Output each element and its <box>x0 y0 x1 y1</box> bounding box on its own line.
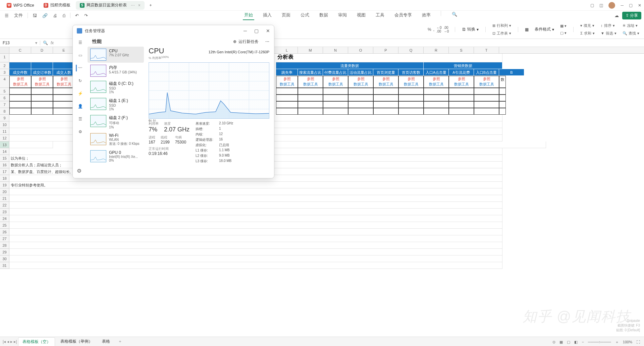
cell[interactable] <box>9 95 31 101</box>
row-header[interactable]: 9 <box>0 115 9 121</box>
view-page-icon[interactable]: ▢ <box>567 340 570 344</box>
taskmgr-minimize[interactable]: ─ <box>244 28 247 34</box>
cell[interactable]: 成交件数 <box>9 69 31 76</box>
cell[interactable]: B <box>499 69 524 76</box>
cell[interactable] <box>323 95 348 101</box>
cell[interactable] <box>9 262 502 269</box>
ribbon-tab-view[interactable]: 视图 <box>356 11 367 20</box>
tm-list-item[interactable]: CPU7% 2.07 GHz <box>88 47 144 63</box>
view-split-icon[interactable]: ◧ <box>574 340 578 344</box>
cell[interactable]: 专行业特别参考使用。 <box>9 182 502 188</box>
cell[interactable]: 成交订单数 <box>31 69 53 76</box>
cell[interactable] <box>474 88 499 95</box>
tm-startup-icon[interactable]: ⚡ <box>77 90 84 97</box>
sum-button[interactable]: Σ 求和 ▾ <box>580 30 595 37</box>
tab-template[interactable]: D找稻壳模板 <box>40 1 74 10</box>
cell[interactable]: 参照数据工具 <box>323 76 348 88</box>
cell[interactable] <box>31 108 53 115</box>
cell[interactable] <box>474 101 499 108</box>
hamburger-icon[interactable]: ☰ <box>3 12 11 19</box>
new-tab-button[interactable]: ＋ <box>146 1 155 10</box>
col-header[interactable]: P <box>373 47 398 53</box>
cell[interactable] <box>276 101 298 108</box>
share-button[interactable]: ⇧ 分享 <box>622 12 641 19</box>
cell[interactable]: 参照数据工具 <box>9 76 31 88</box>
convert-button[interactable]: 🖻 转换 ▾ <box>461 26 479 33</box>
cell[interactable] <box>449 95 474 101</box>
cell[interactable] <box>276 88 298 95</box>
row-header[interactable]: 6 <box>0 95 9 101</box>
cell[interactable] <box>53 88 75 95</box>
cell[interactable] <box>398 88 424 95</box>
percent-icon[interactable]: % <box>428 27 431 32</box>
zoom-out[interactable]: − <box>582 340 584 344</box>
row-header[interactable]: 5 <box>0 88 9 95</box>
cell[interactable]: 流量类数据 <box>276 62 424 69</box>
cell[interactable]: 参照数据工具 <box>398 76 424 88</box>
ribbon-tab-tools[interactable]: 工具 <box>374 11 386 20</box>
cell[interactable] <box>424 108 449 115</box>
row-header[interactable]: 22 <box>0 202 9 209</box>
col-header[interactable]: E <box>53 47 75 53</box>
tab-sheet[interactable]: S网店数据日监测分析表⋯× <box>76 1 145 10</box>
dec-dec-icon[interactable]: .00→0 <box>444 26 449 33</box>
cell[interactable] <box>348 108 373 115</box>
runtask-icon[interactable]: ⊕ <box>233 39 236 44</box>
col-header[interactable]: L <box>276 47 298 53</box>
cell[interactable]: 参照数据工具 <box>53 76 75 88</box>
fx-search-icon[interactable]: 🔍 <box>43 41 48 45</box>
dec-inc-icon[interactable]: ←0.00 <box>436 26 442 33</box>
col-header[interactable]: M <box>298 47 323 53</box>
tab-options-icon[interactable]: ⋯ <box>131 3 135 8</box>
tm-list-item[interactable]: 磁盘 2 (F:)可移动1% <box>88 113 144 131</box>
find-button[interactable]: 🔍 查找 ▾ <box>622 30 640 37</box>
tab-close-icon[interactable]: × <box>138 3 141 8</box>
row-header[interactable]: 31 <box>0 262 9 269</box>
cell[interactable] <box>9 62 31 69</box>
view-grid-icon[interactable]: ▦ <box>559 340 563 344</box>
cell[interactable] <box>373 101 398 108</box>
col-header[interactable]: N <box>323 47 348 53</box>
ribbon-tab-data[interactable]: 数据 <box>318 11 329 20</box>
minimize-button[interactable]: ─ <box>621 3 624 8</box>
row-header[interactable]: 14 <box>0 148 9 155</box>
cell[interactable]: 数 <box>499 76 506 88</box>
row-header[interactable]: 30 <box>0 255 9 262</box>
print-icon[interactable]: 🖨 <box>51 12 59 19</box>
tm-list-item[interactable]: 磁盘 0 (C: D:)SSD1% <box>88 79 144 96</box>
cell[interactable]: 参照数据工具 <box>373 76 398 88</box>
cell[interactable] <box>398 101 424 108</box>
cell[interactable] <box>373 108 398 115</box>
row-header[interactable]: 28 <box>0 242 9 249</box>
cell[interactable] <box>9 188 502 195</box>
col-header[interactable]: O <box>348 47 373 53</box>
zoom-in[interactable]: ＋ <box>615 340 619 345</box>
fullscreen-icon[interactable]: ⛶ <box>636 340 640 344</box>
cell[interactable] <box>323 101 348 108</box>
cell[interactable] <box>424 95 449 101</box>
file-menu[interactable]: 文件 <box>12 11 25 19</box>
maximize-button[interactable]: ▢ <box>629 3 633 8</box>
row-header[interactable]: 15 <box>0 155 9 162</box>
cell[interactable]: 参照数据工具 <box>31 76 53 88</box>
cell[interactable] <box>474 95 499 101</box>
cell[interactable] <box>424 101 449 108</box>
cell[interactable]: 参照数据工具 <box>424 76 449 88</box>
row-header[interactable]: 23 <box>0 209 9 215</box>
cell[interactable] <box>31 95 53 101</box>
ribbon-search-icon[interactable]: 🔍 <box>450 11 459 20</box>
row-header[interactable]: 29 <box>0 249 9 255</box>
col-header[interactable]: R <box>424 47 449 53</box>
ribbon-tab-insert[interactable]: 插入 <box>262 11 273 20</box>
fill-button[interactable]: ▾ 填充 ▾ <box>580 22 595 29</box>
ribbon-tab-efficiency[interactable]: 效率 <box>421 11 432 20</box>
link-icon[interactable]: 🔗 <box>40 12 50 19</box>
cell[interactable] <box>298 101 323 108</box>
cell[interactable] <box>9 202 502 209</box>
freeze-button[interactable]: ※ 冻结 ▾ <box>622 22 640 29</box>
redo-icon[interactable]: ↷ <box>82 12 90 19</box>
comma-icon[interactable]: , <box>433 27 434 32</box>
cell[interactable]: 成交人数 <box>53 69 75 76</box>
cell[interactable] <box>9 242 502 249</box>
row-header[interactable]: 25 <box>0 222 9 229</box>
